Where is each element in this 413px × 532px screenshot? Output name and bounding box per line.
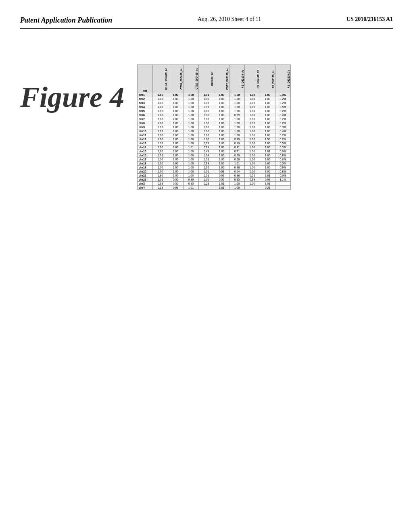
cell-6-7: 1.00 bbox=[245, 117, 260, 121]
cell-5-9: 0.4% bbox=[275, 113, 291, 117]
cell-9-6: 1.00 bbox=[229, 129, 245, 133]
cell-12-2: 1.00 bbox=[168, 141, 184, 145]
cell-9-4: 1.00 bbox=[199, 129, 214, 133]
cell-21-6: 0.35 bbox=[229, 178, 245, 182]
cell-0-1: 1.10 bbox=[153, 93, 168, 97]
cell-0-9: 0.3% bbox=[275, 93, 291, 97]
cell-4-7: 1.00 bbox=[245, 109, 260, 113]
cell-12-5: 1.00 bbox=[214, 141, 229, 145]
cell-14-9: 0.6% bbox=[275, 150, 291, 154]
cell-8-1: 1.00 bbox=[153, 125, 168, 129]
cell-19-4: 1.01 bbox=[199, 170, 214, 174]
col-header-cv: PS_D82109:CV bbox=[275, 65, 291, 93]
cell-10-9: 0.2% bbox=[275, 133, 291, 137]
page-header: Patent Application Publication Aug. 26, … bbox=[20, 16, 393, 29]
cell-23-8: 0.21 bbox=[260, 186, 275, 190]
cell-19-3: 1.00 bbox=[184, 170, 199, 174]
table-row: chr11.101.001.001.011.001.001.001.000.3% bbox=[138, 93, 291, 97]
cell-2-2: 1.00 bbox=[168, 101, 184, 105]
cell-16-2: 1.00 bbox=[168, 158, 184, 162]
cell-15-2: 1.00 bbox=[168, 154, 184, 158]
cell-10-3: 1.00 bbox=[184, 133, 199, 137]
cell-18-4: 1.02 bbox=[199, 166, 214, 170]
cell-21-3: 0.99 bbox=[184, 178, 199, 182]
cell-7-5: 1.00 bbox=[214, 121, 229, 125]
cell-14-8: 1.01 bbox=[260, 150, 275, 154]
cell-15-8: 1.00 bbox=[260, 154, 275, 158]
cell-23-9 bbox=[275, 186, 291, 190]
cell-19-8: 1.00 bbox=[260, 170, 275, 174]
cell-19-2: 1.00 bbox=[168, 170, 184, 174]
table-row: chr51.001.001.001.001.001.001.001.000.2% bbox=[138, 109, 291, 113]
table-row: chr21.001.001.001.001.001.001.001.000.2% bbox=[138, 97, 291, 101]
publication-title: Patent Application Publication bbox=[20, 16, 112, 25]
cell-17-3: 1.00 bbox=[184, 162, 199, 166]
cell-17-7: 1.00 bbox=[245, 162, 260, 166]
cell-13-5: 1.00 bbox=[214, 145, 229, 150]
cell-2-8: 1.00 bbox=[260, 101, 275, 105]
cell-23-2: 0.99 bbox=[168, 186, 184, 190]
cell-3-9: 0.5% bbox=[275, 105, 291, 109]
cell-22-0: chrX bbox=[138, 182, 153, 186]
cell-12-9: 0.5% bbox=[275, 141, 291, 145]
table-row: chr211.801.001.001.010.990.960.551.010.6… bbox=[138, 174, 291, 178]
cell-18-7: 1.00 bbox=[245, 166, 260, 170]
cell-5-2: 1.00 bbox=[168, 113, 184, 117]
cell-9-1: 1.01 bbox=[153, 129, 168, 133]
cell-2-9: 0.2% bbox=[275, 101, 291, 105]
cell-21-5: 0.56 bbox=[214, 178, 229, 182]
cell-8-2: 1.00 bbox=[168, 125, 184, 129]
cell-8-3: 1.00 bbox=[184, 125, 199, 129]
cell-10-5: 1.00 bbox=[214, 133, 229, 137]
cell-23-4 bbox=[199, 186, 214, 190]
cell-17-0: chr18 bbox=[138, 162, 153, 166]
cell-22-8: 1.01 bbox=[260, 182, 275, 186]
table-row: chr101.011.001.001.001.001.001.001.000.4… bbox=[138, 129, 291, 133]
cell-3-7: 1.00 bbox=[245, 105, 260, 109]
cell-5-6: 0.99 bbox=[229, 113, 245, 117]
cell-23-7 bbox=[245, 186, 260, 190]
cell-10-4: 1.00 bbox=[199, 133, 214, 137]
cell-6-5: 1.00 bbox=[214, 117, 229, 121]
cell-0-8: 1.00 bbox=[260, 93, 275, 97]
cell-18-1: 1.00 bbox=[153, 166, 168, 170]
cell-3-2: 1.00 bbox=[168, 105, 184, 109]
table-row: chr171.001.001.001.011.000.591.001.000.8… bbox=[138, 158, 291, 162]
cell-19-1: 1.00 bbox=[153, 170, 168, 174]
cell-19-0: chr20 bbox=[138, 170, 153, 174]
cell-3-5: 1.00 bbox=[214, 105, 229, 109]
cell-11-4: 1.00 bbox=[199, 137, 214, 141]
cell-11-8: 1.50 bbox=[260, 137, 275, 141]
cell-22-2: 0.55 bbox=[168, 182, 184, 186]
cell-1-9: 0.2% bbox=[275, 97, 291, 101]
cell-22-1: 0.99 bbox=[153, 182, 168, 186]
cell-2-0: chr3 bbox=[138, 101, 153, 105]
cell-9-5: 1.00 bbox=[214, 129, 229, 133]
table-row: chr31.001.001.001.001.001.001.001.000.2% bbox=[138, 101, 291, 105]
cell-12-4: 0.99 bbox=[199, 141, 214, 145]
cell-13-7: 1.00 bbox=[245, 145, 260, 150]
cell-20-8: 1.01 bbox=[260, 174, 275, 178]
table-row: chr201.001.001.001.010.990.541.001.000.8… bbox=[138, 170, 291, 174]
cell-12-6: 0.99 bbox=[229, 141, 245, 145]
cell-13-9: 0.3% bbox=[275, 145, 291, 150]
col-header-ps: PS_D82109_#c bbox=[229, 65, 245, 93]
cell-1-5: 1.00 bbox=[214, 97, 229, 101]
cell-9-8: 1.00 bbox=[260, 129, 275, 133]
cell-20-3: 1.00 bbox=[184, 174, 199, 178]
cell-13-2: 1.00 bbox=[168, 145, 184, 150]
cell-5-1: 1.00 bbox=[153, 113, 168, 117]
cell-14-1: 1.60 bbox=[153, 150, 168, 154]
figure-label: Figure 4 bbox=[20, 81, 124, 114]
cell-3-1: 1.00 bbox=[153, 105, 168, 109]
cell-12-0: chr13 bbox=[138, 141, 153, 145]
col-header-cts7: CTS7_090409_#c bbox=[184, 65, 199, 93]
cell-3-0: chr4 bbox=[138, 105, 153, 109]
cell-17-4: 0.99 bbox=[199, 162, 214, 166]
cell-7-2: 1.00 bbox=[168, 121, 184, 125]
cell-14-3: 1.00 bbox=[184, 150, 199, 154]
cell-18-5: 1.00 bbox=[214, 166, 229, 170]
cell-11-7: 1.00 bbox=[245, 137, 260, 141]
cell-10-1: 1.00 bbox=[153, 133, 168, 137]
publication-date-sheet: Aug. 26, 2010 Sheet 4 of 11 bbox=[198, 16, 261, 23]
